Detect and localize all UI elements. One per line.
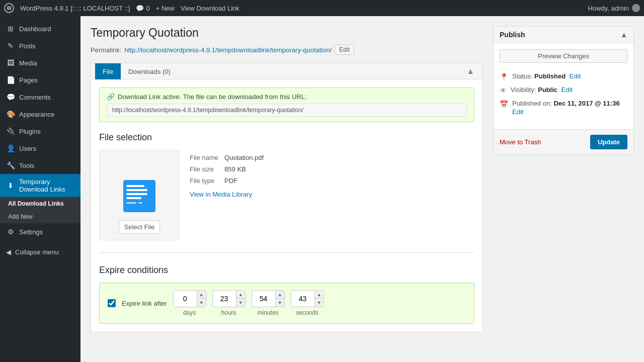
sidebar-item-pages[interactable]: 📄 Pages [0,71,80,88]
file-info-panel: File name Quotation.pdf File size 859 KB… [190,150,270,198]
expire-seconds-down[interactable]: ▼ [314,299,324,307]
expire-hours-up[interactable]: ▲ [236,291,245,299]
svg-rect-6 [126,197,141,199]
download-active-notice: 🔗 Download Link active. The file can be … [99,87,474,122]
collapse-arrow-icon: ◀ [6,248,11,256]
permalink-url[interactable]: http://localhost/wordpress-4.9.1/tempdow… [124,46,332,54]
expire-hours-unit: hours [221,309,236,316]
file-selection-title: File selection [99,132,474,143]
expire-days-down[interactable]: ▼ [197,299,206,307]
sidebar: ⊞ Dashboard ✎ Posts 🖼 Media 📄 Pages 💬 Co… [0,16,80,362]
expire-row: Expire link after 0 ▲ ▼ [108,290,466,316]
sidebar-item-media[interactable]: 🖼 Media [0,54,80,71]
section-divider [99,252,474,253]
admin-bar: W WordPress 4.9.1 [:: :: LOCALHOST ::] 💬… [0,0,644,16]
sidebar-item-temp-download[interactable]: ⬇ Temporary Download Links [0,174,80,197]
visibility-icon: 👁 [500,86,507,95]
expire-hours-spinners: ▲ ▼ [236,291,245,307]
submenu-all-links[interactable]: All Download Links [0,197,80,210]
file-name-row: File name Quotation.pdf [190,152,270,163]
comments-link[interactable]: 💬0 [136,5,149,12]
svg-rect-5 [126,193,147,195]
select-file-button[interactable]: Select File [119,220,160,234]
tools-icon: 🔧 [6,161,15,170]
file-size-value: 859 KB [224,163,270,175]
comments-icon: 💬 [6,93,15,102]
status-value: Published [534,72,566,80]
view-download-link[interactable]: View Download Link [181,5,239,12]
expire-minutes-up[interactable]: ▲ [275,291,284,299]
file-preview-box: Select File [99,150,180,240]
visibility-value: Public [538,86,557,94]
tab-file[interactable]: File [95,63,121,79]
expire-minutes-input[interactable]: 54 [252,292,275,306]
edit-date-link[interactable]: Edit [512,108,620,116]
temp-download-icon: ⬇ [6,181,15,190]
users-icon: 👤 [6,144,15,153]
new-link[interactable]: + New [156,5,175,12]
move-to-trash-button[interactable]: Move to Trash [500,138,541,146]
page-title: Temporary Quotation [91,26,483,40]
svg-rect-8 [138,202,142,204]
expire-seconds-up[interactable]: ▲ [314,291,324,299]
tab-file-content: 🔗 Download Link active. The file can be … [91,79,482,332]
view-media-library-link[interactable]: View in Media Library [190,191,270,198]
sidebar-item-posts[interactable]: ✎ Posts [0,37,80,54]
main-content-area: Temporary Quotation Permalink: http://lo… [80,16,644,362]
expire-label: Expire link after [122,300,167,307]
submenu-add-new[interactable]: Add New [0,210,80,223]
collapse-menu-button[interactable]: ◀ Collapse menu [0,244,80,260]
preview-changes-button[interactable]: Preview Changes [500,49,627,63]
svg-rect-3 [126,185,144,187]
publish-collapse-icon[interactable]: ▲ [620,31,627,39]
expire-checkbox[interactable] [108,299,116,307]
wp-logo[interactable]: W [4,3,14,13]
howdy-text: Howdy, admin [588,4,640,12]
published-date-value: Dec 11, 2017 @ 11:36 [553,100,619,107]
expire-seconds-field: 43 ▲ ▼ seconds [291,290,324,316]
expire-hours-field: 23 ▲ ▼ hours [212,290,246,316]
expire-minutes-spinners: ▲ ▼ [275,291,284,307]
expire-minutes-down[interactable]: ▼ [275,299,284,307]
expire-days-field: 0 ▲ ▼ days [173,290,206,316]
sidebar-item-plugins[interactable]: 🔌 Plugins [0,123,80,140]
expire-seconds-spinners: ▲ ▼ [314,291,324,307]
edit-status-link[interactable]: Edit [570,72,581,80]
expire-minutes-field: 54 ▲ ▼ minutes [252,290,285,316]
publish-panel: Publish ▲ Preview Changes 📍 Status: Publ… [493,26,634,155]
tabs-header: File Downloads (0) ▲ [91,63,482,79]
file-name-label: File name [190,152,224,163]
sidebar-item-users[interactable]: 👤 Users [0,140,80,157]
expire-hours-down[interactable]: ▼ [236,299,245,307]
publish-visibility-item: 👁 Visibility: Public Edit [500,83,627,97]
notice-url: http://localhost/wordpress-4.9.1/tempdow… [107,104,467,117]
update-button[interactable]: Update [590,135,627,149]
expire-seconds-input[interactable]: 43 [291,292,314,306]
dashboard-icon: ⊞ [6,24,15,33]
publish-meta-list: 📍 Status: Published Edit 👁 Vi [500,70,627,118]
site-name: WordPress 4.9.1 [:: :: LOCALHOST ::] [20,5,130,12]
sidebar-item-dashboard[interactable]: ⊞ Dashboard [0,20,80,37]
expire-days-input[interactable]: 0 [174,292,197,306]
permalink-label: Permalink: [91,46,121,54]
file-type-row: File type PDF [190,175,270,187]
file-type-value: PDF [224,175,270,187]
svg-rect-2 [123,180,155,212]
tabs-collapse-icon[interactable]: ▲ [462,65,478,78]
edit-visibility-link[interactable]: Edit [561,86,573,94]
expire-hours-input[interactable]: 23 [213,292,236,306]
svg-rect-4 [126,189,147,191]
sidebar-item-appearance[interactable]: 🎨 Appearance [0,106,80,123]
svg-text:W: W [7,6,12,11]
edit-permalink-button[interactable]: Edit [335,45,354,55]
status-text: Status: Published Edit [512,72,581,80]
tab-downloads[interactable]: Downloads (0) [121,63,178,79]
publish-date-item: 📅 Published on: Dec 11, 2017 @ 11:36 Edi… [500,97,627,118]
expire-days-up[interactable]: ▲ [197,291,206,299]
notice-text: 🔗 Download Link active. The file can be … [107,93,467,101]
sidebar-item-settings[interactable]: ⚙ Settings [0,223,80,240]
sidebar-item-comments[interactable]: 💬 Comments [0,88,80,106]
sidebar-item-tools[interactable]: 🔧 Tools [0,157,80,174]
status-icon: 📍 [500,73,508,81]
appearance-icon: 🎨 [6,110,15,119]
